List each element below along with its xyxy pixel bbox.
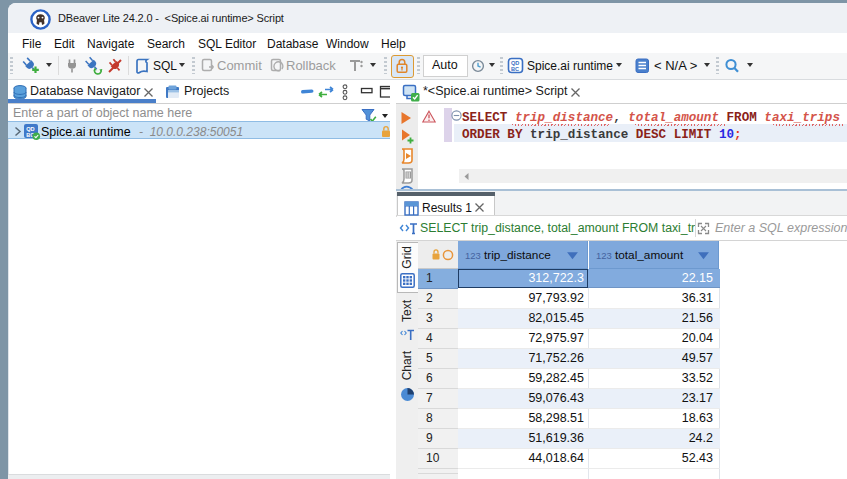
svg-text:QD: QD [26,126,34,132]
svg-text:BC: BC [511,66,519,72]
